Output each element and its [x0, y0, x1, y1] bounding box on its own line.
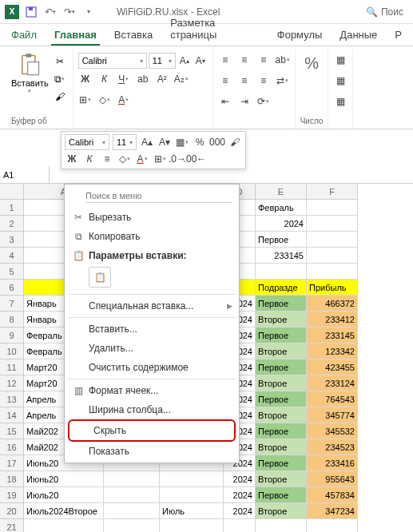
cell[interactable]: Второе: [256, 407, 307, 423]
cell[interactable]: 2024: [224, 471, 256, 487]
paste-option-default[interactable]: 📋: [89, 267, 111, 288]
tab-review[interactable]: Р: [391, 26, 405, 46]
cell[interactable]: Второе: [256, 503, 307, 519]
cell[interactable]: Второе: [256, 375, 307, 391]
orientation-button[interactable]: ⟳▾: [256, 94, 271, 109]
cell[interactable]: 2024: [224, 487, 256, 503]
cell[interactable]: [160, 471, 224, 487]
select-all-corner[interactable]: [0, 184, 24, 200]
subscript-button[interactable]: A₂▾: [174, 72, 189, 86]
save-button[interactable]: [24, 5, 38, 19]
row-header[interactable]: 12: [0, 375, 24, 391]
cell[interactable]: Июль: [160, 503, 224, 519]
mini-font-color[interactable]: A▾: [135, 152, 149, 166]
redo-button[interactable]: ↷▾: [62, 5, 77, 19]
underline-button[interactable]: Ч▾: [117, 72, 131, 86]
cut-button[interactable]: ✂: [52, 54, 68, 69]
cell[interactable]: 466372: [307, 296, 358, 312]
row-header[interactable]: 21: [0, 519, 24, 532]
cell[interactable]: [307, 216, 358, 232]
search-box[interactable]: 🔍 Поис: [366, 6, 408, 18]
increase-indent-button[interactable]: ⇥: [237, 94, 252, 109]
cell[interactable]: Прибыль: [307, 280, 358, 296]
cell[interactable]: Первое: [256, 296, 307, 312]
row-header[interactable]: 5: [0, 264, 24, 280]
cell[interactable]: Первое: [256, 391, 307, 407]
menu-clear[interactable]: Очистить содержимое: [65, 358, 239, 377]
mini-increase-font[interactable]: A▴: [140, 135, 154, 149]
align-bottom-button[interactable]: ≡: [256, 53, 271, 67]
paste-button[interactable]: Вставить ▾: [11, 50, 49, 104]
tab-insert[interactable]: Вставка: [111, 26, 156, 46]
cell[interactable]: Июнь20: [24, 471, 104, 487]
cell[interactable]: Первое: [256, 455, 307, 471]
menu-cut[interactable]: ✂ Вырезать: [65, 208, 239, 227]
format-table-button[interactable]: ▦: [333, 73, 347, 88]
cell[interactable]: 764543: [307, 391, 358, 407]
cell[interactable]: 233416: [307, 455, 358, 471]
cell[interactable]: [307, 200, 358, 216]
cell[interactable]: 2024: [224, 503, 256, 519]
strikethrough-button[interactable]: ab: [136, 72, 150, 86]
mini-font-name[interactable]: Calibri▾: [65, 134, 109, 150]
cell[interactable]: 233145: [307, 328, 358, 343]
cell[interactable]: Первое: [256, 359, 307, 375]
row-header[interactable]: 14: [0, 407, 24, 423]
cell[interactable]: [307, 264, 358, 280]
wrap-text-button[interactable]: ab▾: [276, 53, 290, 67]
tab-home[interactable]: Главная: [51, 26, 100, 46]
borders-button[interactable]: ⊞▾: [78, 93, 93, 107]
tab-data[interactable]: Данные: [336, 26, 380, 46]
qat-customize[interactable]: ▾: [81, 5, 96, 19]
cell[interactable]: Второе: [256, 439, 307, 455]
row-header[interactable]: 7: [0, 296, 24, 312]
format-painter-button[interactable]: 🖌: [52, 89, 68, 104]
align-right-button[interactable]: ≡: [256, 73, 271, 88]
menu-search[interactable]: [85, 189, 232, 203]
row-header[interactable]: 3: [0, 232, 24, 248]
increase-font-button[interactable]: A▴: [177, 54, 192, 68]
row-header[interactable]: 19: [0, 487, 24, 503]
align-left-button[interactable]: ≡: [218, 73, 232, 88]
cell[interactable]: Первое: [256, 232, 307, 248]
cell[interactable]: [160, 487, 224, 503]
row-header[interactable]: 17: [0, 455, 24, 471]
row-header[interactable]: 1: [0, 200, 24, 216]
cell[interactable]: [24, 519, 104, 532]
cell[interactable]: [104, 471, 160, 487]
cell[interactable]: [307, 248, 358, 264]
cell[interactable]: 347234: [307, 503, 358, 519]
cell[interactable]: [256, 519, 307, 532]
menu-format-cells[interactable]: ▥ Формат ячеек...: [65, 381, 239, 400]
mini-decrease-font[interactable]: A▾: [157, 135, 172, 149]
align-center-button[interactable]: ≡: [237, 73, 252, 88]
mini-font-size[interactable]: 11▾: [113, 134, 137, 150]
cell[interactable]: 457834: [307, 487, 358, 503]
fill-color-button[interactable]: ◇▾: [97, 93, 112, 107]
decrease-indent-button[interactable]: ⇤: [218, 94, 232, 109]
row-header[interactable]: 13: [0, 391, 24, 407]
row-header[interactable]: 11: [0, 359, 24, 375]
cell[interactable]: 2024: [256, 216, 307, 232]
cell[interactable]: Второе: [256, 343, 307, 359]
mini-align[interactable]: ≡: [100, 152, 114, 166]
font-size-combo[interactable]: 11▾: [149, 53, 176, 69]
mini-borders[interactable]: ⊞▾: [153, 152, 167, 166]
row-header[interactable]: 8: [0, 312, 24, 328]
cell[interactable]: [307, 232, 358, 248]
cell[interactable]: 233145: [256, 248, 307, 264]
tab-file[interactable]: Файл: [8, 26, 40, 46]
cell[interactable]: Подразде: [256, 280, 307, 296]
mini-italic[interactable]: К: [82, 152, 97, 166]
menu-delete[interactable]: Удалить...: [65, 339, 239, 358]
cell[interactable]: 955643: [307, 471, 358, 487]
conditional-formatting-button[interactable]: ▦: [333, 53, 347, 67]
mini-percent[interactable]: %: [193, 135, 207, 149]
cell[interactable]: [104, 519, 160, 532]
cell[interactable]: [104, 503, 160, 519]
menu-show[interactable]: Показать: [65, 442, 239, 461]
align-top-button[interactable]: ≡: [218, 53, 232, 67]
decrease-font-button[interactable]: A▾: [193, 54, 208, 68]
row-header[interactable]: 2: [0, 216, 24, 232]
copy-button[interactable]: ⧉▾: [52, 72, 68, 86]
